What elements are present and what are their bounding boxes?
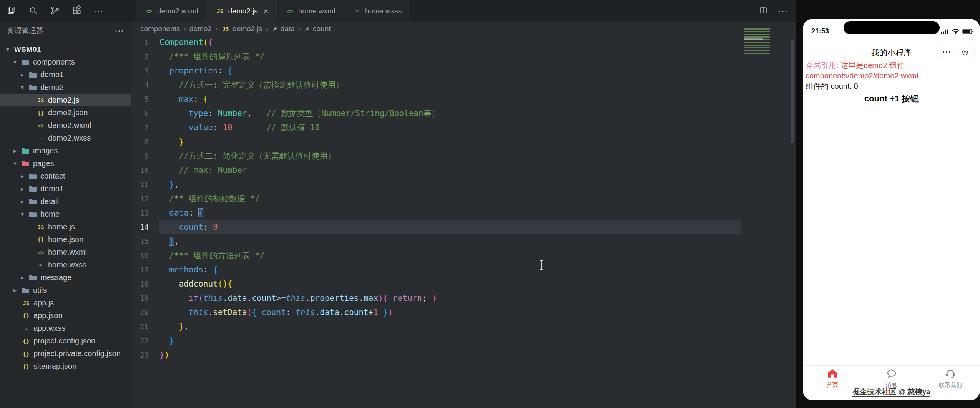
code-line-content: /*** 组件的方法列表 */ <box>159 249 741 263</box>
code-editor[interactable]: 1Component({2 /*** 组件的属性列表 */3 propertie… <box>131 35 796 362</box>
code-line: 18 addconut(){ <box>131 277 796 291</box>
line-number: 1 <box>131 35 159 50</box>
tree-item-demo2[interactable]: ▾demo2 <box>0 81 131 94</box>
sidebar-more-button[interactable]: ⋯ <box>115 25 124 36</box>
extensions-button[interactable] <box>66 0 88 22</box>
chevron-icon[interactable]: ▸ <box>11 287 19 294</box>
line-number: 7 <box>131 121 159 135</box>
breadcrumb-separator: › <box>266 25 268 33</box>
tree-item-demo2.wxss[interactable]: ≈demo2.wxss <box>0 132 131 144</box>
tree-item-message[interactable]: ▸message <box>0 271 131 284</box>
tree-item-home[interactable]: ▾home <box>0 208 131 221</box>
code-line: 10 // max: Number <box>131 163 796 177</box>
tree-item-label: demo2.wxml <box>48 121 91 130</box>
code-line-content: } <box>159 135 741 149</box>
phone-preview: 21:53 我的小程序 ⋯ ◎ 全局引用: 这里是demo2 组件compone… <box>803 19 980 400</box>
tree-item-utils[interactable]: ▸utils <box>0 284 131 297</box>
tab-demo2.wxml[interactable]: <>demo2.wxml <box>136 0 207 22</box>
tree-item-home.wxss[interactable]: ≈home.wxss <box>0 259 131 271</box>
files-button[interactable] <box>0 0 22 22</box>
close-icon[interactable]: × <box>264 7 268 16</box>
json-file-icon: {} <box>22 313 31 319</box>
line-number: 10 <box>131 163 159 177</box>
line-number: 22 <box>131 334 159 348</box>
tree-item-demo1[interactable]: ▸demo1 <box>0 68 131 81</box>
tree-item-WSM01[interactable]: ▾WSM01 <box>0 43 131 56</box>
scrollbar[interactable] <box>791 39 794 143</box>
code-line-content: this.setData({ count: this.data.count+1 … <box>159 305 741 320</box>
search-button[interactable] <box>22 0 44 22</box>
code-line: 21 }, <box>131 320 796 334</box>
git-graph-button[interactable] <box>44 0 66 22</box>
tree-item-components[interactable]: ▾components <box>0 56 131 68</box>
wxss-file-icon: ≈ <box>36 262 45 268</box>
tree-item-contact[interactable]: ▸contact <box>0 170 131 182</box>
code-line: 2 /*** 组件的属性列表 */ <box>131 50 796 64</box>
code-line-content: // max: Number <box>159 163 741 177</box>
chevron-icon[interactable]: ▾ <box>11 58 19 66</box>
chevron-icon[interactable]: ▸ <box>18 274 26 281</box>
tree-item-home.json[interactable]: {}home.json <box>0 233 131 246</box>
tree-item-detail[interactable]: ▸detail <box>0 195 131 208</box>
tab-home.wxml[interactable]: <>home.wxml <box>277 0 344 22</box>
code-line: 13 data: { <box>131 206 796 220</box>
chevron-icon[interactable]: ▾ <box>4 46 12 53</box>
breadcrumb-item-data[interactable]: data <box>272 25 295 33</box>
tree-item-home.js[interactable]: JShome.js <box>0 221 131 233</box>
tree-item-demo2.json[interactable]: {}demo2.json <box>0 106 131 119</box>
simulator-panel: 21:53 我的小程序 ⋯ ◎ 全局引用: 这里是demo2 组件compone… <box>796 0 980 408</box>
tab-demo2.js[interactable]: JSdemo2.js× <box>207 0 277 22</box>
capsule-more-button[interactable]: ⋯ <box>937 46 956 58</box>
more-button[interactable]: ⋯ <box>778 5 788 17</box>
tree-item-label: home <box>40 210 60 219</box>
code-line: 9 //方式二: 简化定义（无需默认值时使用） <box>131 149 796 163</box>
wxss-file-icon: ≈ <box>22 325 31 332</box>
code-line: 20 this.setData({ count: this.data.count… <box>131 305 796 320</box>
tree-item-sitemap.json[interactable]: {}sitemap.json <box>0 360 131 373</box>
tab-home.wxss[interactable]: ≈home.wxss <box>344 0 410 22</box>
folder-icon <box>22 287 30 294</box>
tree-item-app.wxss[interactable]: ≈app.wxss <box>0 322 131 335</box>
split-editor-button[interactable] <box>759 6 768 17</box>
tree-item-demo2.wxml[interactable]: <>demo2.wxml <box>0 119 131 132</box>
capsule-home-indicator-button[interactable]: ◎ <box>956 46 975 58</box>
tree-item-label: app.wxss <box>33 324 65 333</box>
tree-item-label: WSM01 <box>14 45 41 54</box>
tree-item-demo1[interactable]: ▸demo1 <box>0 182 131 195</box>
tree-item-pages[interactable]: ▾pages <box>0 157 131 170</box>
chevron-icon[interactable]: ▸ <box>18 198 26 205</box>
tree-item-label: demo2.json <box>48 108 88 117</box>
chevron-icon[interactable]: ▾ <box>18 211 26 218</box>
chevron-icon[interactable]: ▾ <box>11 160 19 167</box>
code-line-content: /*** 组件的属性列表 */ <box>159 50 741 64</box>
chevron-icon[interactable]: ▸ <box>18 172 26 180</box>
count-button[interactable]: count +1 按钮 <box>803 93 980 104</box>
tree-item-home.wxml[interactable]: <>home.wxml <box>0 246 131 259</box>
chevron-icon[interactable]: ▸ <box>18 71 26 78</box>
chevron-icon[interactable]: ▸ <box>18 185 26 192</box>
chevron-icon[interactable]: ▸ <box>11 147 19 154</box>
home-icon <box>827 368 838 381</box>
code-line: 19 if(this.data.count>=this.properties.m… <box>131 291 796 305</box>
tree-item-images[interactable]: ▸images <box>0 144 131 157</box>
tree-item-label: images <box>33 146 58 155</box>
wxml-file-icon: <> <box>36 123 45 129</box>
code-line-content: data: { <box>159 206 741 220</box>
tab-label: home.wxml <box>298 7 335 15</box>
files-icon <box>6 5 16 17</box>
tree-item-project.config.json[interactable]: {}project.config.json <box>0 335 131 347</box>
js-file-icon: JS <box>216 8 225 14</box>
tree-item-app.js[interactable]: JSapp.js <box>0 297 131 309</box>
tree-item-demo2.js[interactable]: JSdemo2.js <box>0 94 131 106</box>
tree-item-app.json[interactable]: {}app.json <box>0 309 131 322</box>
chevron-icon[interactable]: ▾ <box>18 84 26 91</box>
tree-item-project.private.config.json[interactable]: {}project.private.config.json <box>0 347 131 360</box>
more-button[interactable]: ⋯ <box>88 0 110 22</box>
breadcrumb-item-components[interactable]: components <box>140 25 180 33</box>
breadcrumb-item-demo2.js[interactable]: JSdemo2.js <box>221 25 262 33</box>
breadcrumb-item-count[interactable]: count <box>304 25 331 33</box>
minimap[interactable] <box>744 28 770 54</box>
contact-icon <box>945 368 956 381</box>
breadcrumb-item-demo2[interactable]: demo2 <box>189 25 212 33</box>
capsule-menu: ⋯ ◎ <box>937 46 975 58</box>
